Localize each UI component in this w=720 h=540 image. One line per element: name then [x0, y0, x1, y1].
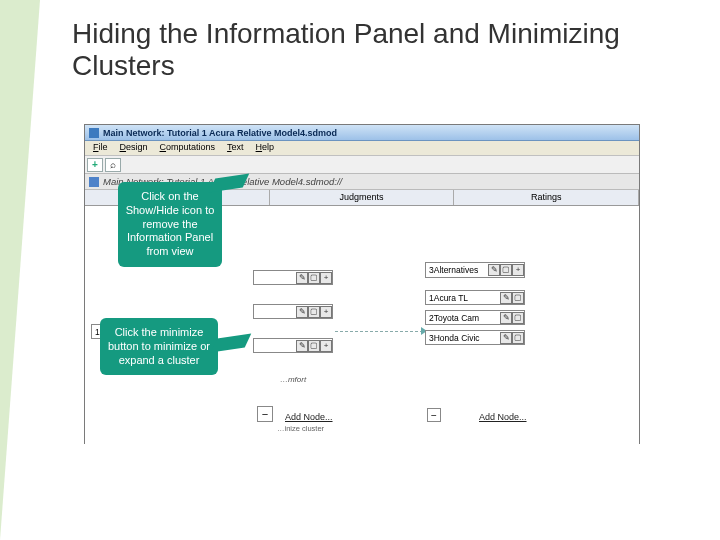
toolbar-magnify-button[interactable]: ⌕: [105, 158, 121, 172]
node-honda-label: 3Honda Civic: [429, 333, 480, 343]
box-icon[interactable]: ▢: [500, 264, 512, 276]
menu-help[interactable]: Help: [250, 141, 281, 155]
node-comfort-partial[interactable]: …mfort: [253, 372, 333, 387]
plus-icon[interactable]: +: [320, 272, 332, 284]
node-toyota-label: 2Toyota Cam: [429, 313, 479, 323]
slide-title: Hiding the Information Panel and Minimiz…: [72, 18, 632, 82]
node-acura-label: 1Acura TL: [429, 293, 468, 303]
minimize-cluster-button[interactable]: −: [257, 406, 273, 422]
node-acura[interactable]: 1Acura TL ✎ ▢: [425, 290, 525, 305]
menu-file[interactable]: File: [87, 141, 114, 155]
toolbar: + ⌕: [85, 156, 639, 174]
edit-icon[interactable]: ✎: [488, 264, 500, 276]
menu-bar: File Design Computations Text Help: [85, 141, 639, 156]
edit-icon[interactable]: ✎: [500, 292, 512, 304]
edit-icon[interactable]: ✎: [296, 340, 308, 352]
node-honda[interactable]: 3Honda Civic ✎ ▢: [425, 330, 525, 345]
minimize-cluster-label: …inize cluster: [277, 424, 324, 433]
edit-icon[interactable]: ✎: [296, 272, 308, 284]
cluster-alternatives[interactable]: 3Alternatives ✎ ▢ +: [425, 262, 525, 278]
title-bar-text: Main Network: Tutorial 1 Acura Relative …: [103, 128, 337, 138]
edit-icon[interactable]: ✎: [500, 312, 512, 324]
box-icon[interactable]: ▢: [512, 332, 524, 344]
box-icon[interactable]: ▢: [308, 340, 320, 352]
callout-minimize-text: Click the minimize button to minimize or…: [108, 326, 210, 366]
callout-minimize: Click the minimize button to minimize or…: [100, 318, 218, 375]
box-icon[interactable]: ▢: [512, 292, 524, 304]
minimize-cluster-button-right[interactable]: −: [427, 408, 441, 422]
plus-icon[interactable]: +: [512, 264, 524, 276]
menu-design[interactable]: Design: [114, 141, 154, 155]
box-icon[interactable]: ▢: [308, 272, 320, 284]
add-node-link-right[interactable]: Add Node...: [479, 412, 527, 422]
title-doc-label: Tutorial 1 Acura Relative Model4.sdmod: [167, 128, 337, 138]
box-icon[interactable]: ▢: [308, 306, 320, 318]
cluster-alternatives-label: 3Alternatives: [429, 265, 478, 275]
node-criterion-2[interactable]: ✎ ▢ +: [253, 304, 333, 319]
slide-accent: [0, 0, 40, 540]
tab-judgments[interactable]: Judgments: [270, 190, 455, 205]
plus-icon[interactable]: +: [320, 340, 332, 352]
edit-icon[interactable]: ✎: [500, 332, 512, 344]
node-toyota[interactable]: 2Toyota Cam ✎ ▢: [425, 310, 525, 325]
title-bar: Main Network: Tutorial 1 Acura Relative …: [85, 125, 639, 141]
menu-text[interactable]: Text: [221, 141, 250, 155]
menu-computations[interactable]: Computations: [154, 141, 222, 155]
node-criterion-1[interactable]: ✎ ▢ +: [253, 270, 333, 285]
app-window: Main Network: Tutorial 1 Acura Relative …: [84, 124, 640, 444]
edit-icon[interactable]: ✎: [296, 306, 308, 318]
plus-icon[interactable]: +: [320, 306, 332, 318]
callout-show-hide: Click on the Show/Hide icon to remove th…: [118, 182, 222, 267]
toolbar-add-button[interactable]: +: [87, 158, 103, 172]
title-app-label: Main Network:: [103, 128, 165, 138]
callout-show-hide-text: Click on the Show/Hide icon to remove th…: [126, 190, 215, 257]
tab-ratings[interactable]: Ratings: [454, 190, 639, 205]
box-icon[interactable]: ▢: [512, 312, 524, 324]
app-icon: [89, 128, 99, 138]
add-node-link-left[interactable]: Add Node...: [285, 412, 333, 422]
connector-line: [335, 331, 423, 332]
node-criterion-3[interactable]: ✎ ▢ +: [253, 338, 333, 353]
document-icon: [89, 177, 99, 187]
